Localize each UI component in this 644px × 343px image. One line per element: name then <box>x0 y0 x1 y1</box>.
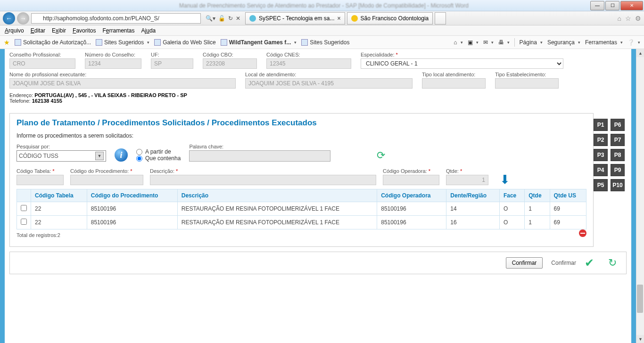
mail-dropdown[interactable]: ✉ <box>483 39 494 46</box>
page-viewport: Conselho Profissional: Número do Conselh… <box>0 49 644 343</box>
col-face[interactable]: Face <box>499 189 524 202</box>
numero-label: Número do Conselho: <box>85 52 141 57</box>
fav-sites-sugeridos[interactable]: Sites Sugeridos <box>96 39 149 46</box>
numero-input[interactable] <box>85 58 141 69</box>
col-qtdeus[interactable]: Qtde US <box>550 189 586 202</box>
fav-galeria[interactable]: Galeria do Web Slice <box>154 39 216 46</box>
confirm-bar: Confirmar Confirmar ✔ ↻ <box>9 252 627 274</box>
window-restore-button[interactable]: ☐ <box>605 1 619 10</box>
col-qtde[interactable]: Qtde <box>525 189 550 202</box>
local-input[interactable] <box>245 78 413 89</box>
qtde-input[interactable] <box>446 175 488 185</box>
window-minimize-button[interactable]: — <box>590 1 604 10</box>
menu-arquivo[interactable]: Arquivo <box>5 27 24 34</box>
cbo-input[interactable] <box>203 58 257 69</box>
delete-icon[interactable] <box>579 229 586 237</box>
info-icon[interactable]: i <box>115 148 128 162</box>
row-checkbox[interactable] <box>21 219 27 225</box>
tipolocal-input[interactable] <box>422 78 486 89</box>
page-button-p1[interactable]: P1 <box>594 119 608 131</box>
page-button-p6[interactable]: P6 <box>611 119 625 131</box>
page-button-p5[interactable]: P5 <box>594 179 608 191</box>
fav-solicitacao[interactable]: Solicitação de Autorizaçõ... <box>15 39 91 46</box>
check-icon[interactable]: ✔ <box>585 256 594 270</box>
nome-input[interactable] <box>9 78 236 89</box>
col-codproc[interactable]: Código do Procedimento <box>87 189 177 202</box>
tab-close-icon[interactable]: × <box>338 15 341 22</box>
reload-icon[interactable]: ↻ <box>608 257 617 269</box>
address-bar[interactable]: http://saphomolog.sfodonto.com.br/PLANO_… <box>31 13 201 24</box>
lock-icon[interactable]: 🔓 <box>218 15 225 22</box>
page-button-p9[interactable]: P9 <box>611 164 625 176</box>
feeds-dropdown[interactable]: ▣ <box>468 39 479 46</box>
col-codop[interactable]: Código Operadora <box>377 189 446 202</box>
tipoestab-input[interactable] <box>495 78 559 89</box>
print-dropdown[interactable]: 🖶 <box>498 39 510 46</box>
tools-menu[interactable]: Ferramentas <box>585 39 623 46</box>
tab-syspec[interactable]: SySPEC - Tecnologia em sa... × <box>245 12 345 24</box>
tools-gear-icon[interactable]: ⚙ <box>635 15 641 22</box>
radio-apartir[interactable]: A partir de <box>136 148 181 155</box>
confirm-button[interactable]: Confirmar <box>506 257 543 269</box>
help-menu[interactable]: ❔ <box>627 39 640 46</box>
window-close-button[interactable]: ✕ <box>620 1 643 10</box>
ie-icon <box>33 15 41 22</box>
tab-sfodonto[interactable]: São Francisco Odontologia <box>347 12 433 24</box>
section-title: Plano de Tratamento / Procedimentos Soli… <box>17 118 586 128</box>
page-icon <box>96 39 102 46</box>
fav-wildtangent[interactable]: WildTangent Games f... <box>221 39 297 46</box>
security-menu[interactable]: Segurança <box>547 39 580 46</box>
fav-sites-sugeridos-2[interactable]: Sites Sugeridos <box>301 39 349 46</box>
palavra-input[interactable] <box>189 150 330 162</box>
scroll-thumb[interactable] <box>637 285 643 313</box>
search-dropdown-icon[interactable]: 🔍▾ <box>206 15 215 22</box>
home-dropdown[interactable]: ⌂ <box>454 39 462 46</box>
scroll-up-icon[interactable]: ▲ <box>636 49 644 57</box>
desc-input[interactable] <box>150 175 376 185</box>
row-checkbox[interactable] <box>21 205 27 211</box>
conselho-label: Conselho Profissional: <box>9 52 75 57</box>
local-label: Local de atendimento: <box>245 72 413 77</box>
menu-exibir[interactable]: Exibir <box>52 27 66 34</box>
codtab-input[interactable] <box>17 175 64 185</box>
scroll-down-icon[interactable]: ▼ <box>636 335 644 343</box>
col-codtab[interactable]: Código Tabela <box>31 189 87 202</box>
page-button-p2[interactable]: P2 <box>594 134 608 146</box>
pesquisar-select[interactable]: CÓDIGO TUSS ▼ <box>17 150 106 162</box>
codproc-input[interactable] <box>70 175 143 185</box>
uf-input[interactable] <box>151 58 193 69</box>
menu-editar[interactable]: Editar <box>31 27 45 34</box>
espec-select[interactable]: CLINICO GERAL - 1 <box>361 58 563 69</box>
stop-icon[interactable]: ✕ <box>236 15 240 22</box>
menu-ferramentas[interactable]: Ferramentas <box>102 27 134 34</box>
favorites-star-icon[interactable]: ☆ <box>625 15 631 22</box>
pesquisar-label: Pesquisar por: <box>17 144 106 149</box>
arrow-down-icon[interactable]: ⬇ <box>500 172 510 187</box>
radio-contenha[interactable]: Que contenha <box>136 155 181 162</box>
cbo-label: Código CBO: <box>203 52 257 57</box>
new-tab-button[interactable] <box>435 12 446 24</box>
col-desc[interactable]: Descrição <box>177 189 377 202</box>
page-button-p4[interactable]: P4 <box>594 164 608 176</box>
codop-input[interactable] <box>383 175 439 185</box>
menu-favoritos[interactable]: Favoritos <box>73 27 96 34</box>
page-button-p8[interactable]: P8 <box>611 149 625 161</box>
conselho-input[interactable] <box>9 58 75 69</box>
page-button-p10[interactable]: P10 <box>611 179 625 191</box>
add-favorite-icon[interactable]: ★ <box>4 39 10 46</box>
tab-favicon-icon <box>351 15 358 22</box>
menu-ajuda[interactable]: Ajuda <box>141 27 156 34</box>
page-button-p3[interactable]: P3 <box>594 149 608 161</box>
refresh-icon[interactable]: ↻ <box>228 15 233 22</box>
col-dente[interactable]: Dente/Região <box>446 189 500 202</box>
refresh-icon[interactable]: ⟳ <box>377 149 385 162</box>
forward-button[interactable]: → <box>17 12 29 24</box>
home-icon[interactable]: ⌂ <box>618 15 621 22</box>
cnes-input[interactable] <box>266 58 351 69</box>
back-button[interactable]: ← <box>3 12 15 24</box>
page-button-p7[interactable]: P7 <box>611 134 625 146</box>
vertical-scrollbar[interactable]: ▲ ▼ <box>636 49 644 343</box>
page-menu[interactable]: Página <box>520 39 543 46</box>
menubar: Arquivo Editar Exibir Favoritos Ferramen… <box>0 25 644 36</box>
procedures-section: Plano de Tratamento / Procedimentos Soli… <box>9 113 594 247</box>
